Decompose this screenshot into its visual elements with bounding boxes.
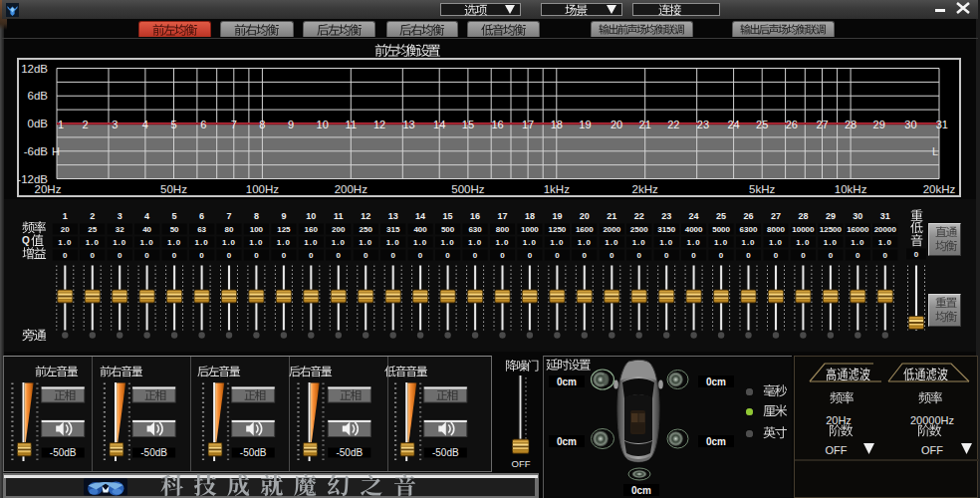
svg-text:-50dB: -50dB: [240, 447, 267, 458]
svg-text:-50dB: -50dB: [140, 447, 167, 458]
svg-text:0: 0: [418, 251, 423, 260]
svg-text:31: 31: [936, 119, 948, 130]
svg-text:400: 400: [413, 225, 427, 234]
svg-text:0: 0: [774, 251, 779, 260]
svg-text:1.0: 1.0: [359, 238, 372, 247]
svg-text:0: 0: [636, 251, 641, 260]
svg-text:14: 14: [433, 119, 445, 130]
svg-text:0: 0: [610, 251, 614, 260]
svg-text:80: 80: [225, 225, 234, 234]
svg-text:26: 26: [786, 119, 798, 130]
svg-text:H: H: [52, 145, 60, 157]
svg-text:7: 7: [231, 119, 237, 130]
svg-text:18: 18: [551, 119, 563, 130]
svg-text:24: 24: [689, 211, 699, 221]
svg-text:12dB: 12dB: [21, 63, 48, 75]
svg-text:125: 125: [277, 225, 291, 234]
svg-text:26: 26: [743, 211, 753, 221]
svg-text:1.0: 1.0: [824, 238, 838, 247]
svg-text:1kHz: 1kHz: [544, 183, 570, 195]
svg-text:-6dB: -6dB: [24, 145, 49, 157]
svg-text:500Hz: 500Hz: [451, 183, 484, 195]
svg-text:0: 0: [118, 251, 122, 260]
svg-text:5000: 5000: [712, 225, 730, 234]
svg-text:4000: 4000: [685, 225, 703, 234]
svg-text:5: 5: [170, 119, 176, 130]
svg-text:2000: 2000: [603, 225, 620, 234]
svg-text:10000: 10000: [792, 225, 815, 234]
svg-text:2kHz: 2kHz: [632, 183, 658, 195]
svg-text:0: 0: [801, 251, 806, 260]
svg-text:315: 315: [386, 225, 400, 234]
svg-text:8: 8: [254, 211, 259, 221]
svg-text:25: 25: [756, 119, 768, 130]
svg-text:1: 1: [58, 119, 64, 130]
svg-text:0: 0: [555, 251, 560, 260]
svg-text:8: 8: [259, 119, 265, 130]
svg-text:1.0: 1.0: [332, 238, 346, 247]
svg-text:1.0: 1.0: [58, 238, 72, 247]
svg-text:14: 14: [415, 211, 425, 221]
svg-text:200Hz: 200Hz: [335, 183, 368, 195]
svg-text:17: 17: [522, 119, 534, 130]
svg-text:-50dB: -50dB: [336, 447, 363, 458]
svg-text:1.0: 1.0: [304, 238, 318, 247]
svg-text:22: 22: [667, 119, 679, 130]
svg-text:-50dB: -50dB: [50, 447, 77, 458]
svg-text:0: 0: [390, 251, 395, 260]
svg-text:30: 30: [904, 119, 916, 130]
svg-text:16000: 16000: [847, 225, 869, 234]
svg-text:1.0: 1.0: [249, 238, 263, 247]
svg-text:0: 0: [282, 251, 287, 260]
svg-text:13: 13: [388, 211, 398, 221]
svg-text:9: 9: [288, 119, 294, 130]
svg-text:27: 27: [771, 211, 781, 221]
svg-text:0: 0: [445, 251, 450, 260]
svg-text:50Hz: 50Hz: [160, 183, 187, 195]
svg-text:0: 0: [172, 251, 177, 260]
svg-text:22: 22: [634, 211, 644, 221]
svg-text:6: 6: [199, 211, 204, 221]
svg-text:0: 0: [199, 251, 204, 260]
svg-text:21: 21: [607, 211, 616, 221]
svg-text:0: 0: [746, 251, 751, 260]
svg-text:1.0: 1.0: [550, 238, 564, 247]
svg-text:1.0: 1.0: [796, 238, 810, 247]
svg-text:16: 16: [491, 119, 503, 130]
svg-text:10kHz: 10kHz: [835, 183, 867, 195]
svg-text:6dB: 6dB: [28, 90, 49, 102]
svg-text:L: L: [932, 145, 938, 157]
svg-text:0: 0: [914, 250, 919, 259]
svg-text:3: 3: [112, 119, 118, 130]
svg-text:23: 23: [697, 119, 709, 130]
svg-text:12500: 12500: [820, 225, 843, 234]
svg-text:6300: 6300: [740, 225, 758, 234]
svg-text:0: 0: [829, 251, 834, 260]
svg-text:1600: 1600: [576, 225, 594, 234]
svg-text:0: 0: [583, 251, 588, 260]
svg-text:1.0: 1.0: [222, 238, 236, 247]
svg-text:0: 0: [691, 251, 696, 260]
svg-text:0: 0: [856, 251, 860, 260]
svg-text:1.0: 1.0: [878, 238, 892, 247]
svg-text:1.0: 1.0: [523, 238, 537, 247]
svg-text:6: 6: [200, 119, 206, 130]
svg-text:1.0: 1.0: [578, 238, 592, 247]
svg-text:29: 29: [826, 211, 836, 221]
svg-text:1.0: 1.0: [851, 238, 864, 247]
svg-text:200: 200: [332, 225, 346, 234]
svg-text:18: 18: [525, 211, 535, 221]
svg-text:1250: 1250: [549, 225, 567, 234]
svg-text:2500: 2500: [630, 225, 648, 234]
svg-text:0: 0: [473, 251, 478, 260]
svg-text:0: 0: [883, 251, 888, 260]
svg-text:0dB: 0dB: [28, 118, 49, 129]
svg-text:100: 100: [250, 225, 264, 234]
svg-text:0: 0: [664, 251, 669, 260]
svg-text:20Hz: 20Hz: [35, 183, 62, 195]
svg-text:100Hz: 100Hz: [246, 183, 279, 195]
svg-text:1.0: 1.0: [413, 238, 427, 247]
svg-text:1.0: 1.0: [769, 238, 783, 247]
svg-text:-50dB: -50dB: [432, 447, 459, 458]
svg-text:15: 15: [462, 119, 474, 130]
